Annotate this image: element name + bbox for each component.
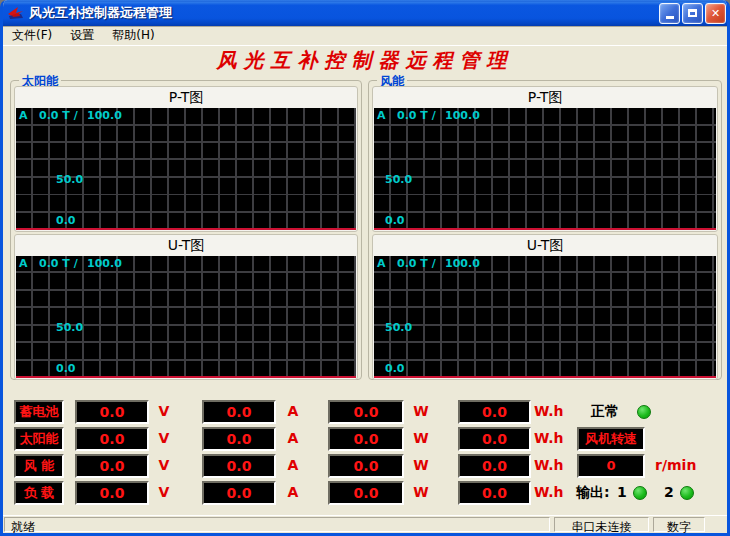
group-solar: 太阳能 P-T图 A 0.0 T / 100.0 50.0 0.0 U-T图 A…	[10, 80, 362, 380]
wind-ut-chart: A 0.0 T / 100.0 50.0 0.0	[374, 256, 716, 378]
y-min-label: 0.0	[385, 214, 405, 227]
axis-channel-label: A	[19, 257, 28, 270]
statusbar-num-mode: 数字	[653, 517, 705, 532]
amp-unit: A	[282, 484, 304, 500]
battery-energy-display: 0.0	[458, 400, 531, 424]
page-title: 风光互补控制器远程管理	[3, 47, 727, 74]
menu-settings[interactable]: 设置	[61, 25, 103, 46]
wind-power-display: 0.0	[328, 454, 404, 478]
x-axis-line	[374, 376, 716, 378]
cursor-readout: 0.0 T /	[397, 109, 436, 122]
readings-row-wind: 风 能 0.0 V 0.0 A 0.0 W 0.0 W.h 0 r/min	[3, 454, 727, 478]
y-min-label: 0.0	[56, 362, 76, 375]
y-max-label: 100.0	[87, 257, 122, 270]
menu-help[interactable]: 帮助(H)	[103, 25, 163, 46]
normal-status-label: 正常	[591, 403, 619, 421]
output-1-label: 1	[617, 484, 627, 500]
amp-unit: A	[282, 457, 304, 473]
solar-label: 太阳能	[14, 427, 64, 451]
battery-power-display: 0.0	[328, 400, 404, 424]
solar-ut-chart: A 0.0 T / 100.0 50.0 0.0	[16, 256, 356, 378]
menu-bar: 文件(F) 设置 帮助(H)	[3, 26, 727, 46]
fan-speed-display: 0	[577, 454, 645, 478]
close-button[interactable]: ✕	[705, 3, 726, 24]
wind-voltage-display: 0.0	[75, 454, 149, 478]
y-min-label: 0.0	[385, 362, 405, 375]
watthour-unit: W.h	[534, 403, 572, 419]
solar-ut-chart-title: U-T图	[15, 235, 357, 255]
normal-status-indicator	[637, 405, 651, 419]
solar-power-display: 0.0	[328, 427, 404, 451]
watt-unit: W	[409, 484, 433, 500]
wind-pt-chart-block: P-T图 A 0.0 T / 100.0 50.0 0.0	[372, 86, 718, 232]
watt-unit: W	[409, 403, 433, 419]
readings-row-solar: 太阳能 0.0 V 0.0 A 0.0 W 0.0 W.h 风机转速	[3, 427, 727, 451]
amp-unit: A	[282, 403, 304, 419]
axis-channel-label: A	[377, 257, 386, 270]
maximize-button[interactable]	[682, 3, 703, 24]
watt-unit: W	[409, 457, 433, 473]
battery-current-display: 0.0	[202, 400, 276, 424]
y-mid-label: 50.0	[56, 173, 83, 186]
output-2-indicator	[680, 486, 694, 500]
app-window: 风光互补控制器远程管理 ✕ 文件(F) 设置 帮助(H) 风光互补控制器远程管理…	[0, 0, 730, 536]
load-label: 负 载	[14, 481, 64, 505]
status-bar: 就绪 串口未连接 数字	[3, 515, 727, 533]
statusbar-ready: 就绪	[4, 517, 550, 532]
window-title: 风光互补控制器远程管理	[29, 4, 657, 22]
output-2-label: 2	[664, 484, 674, 500]
axis-channel-label: A	[19, 109, 28, 122]
y-mid-label: 50.0	[385, 321, 412, 334]
x-axis-line	[374, 228, 716, 230]
solar-pt-chart: A 0.0 T / 100.0 50.0 0.0	[16, 108, 356, 230]
menu-file[interactable]: 文件(F)	[3, 25, 61, 46]
load-voltage-display: 0.0	[75, 481, 149, 505]
close-icon: ✕	[711, 7, 720, 20]
y-max-label: 100.0	[445, 257, 480, 270]
readings-row-battery: 蓄电池 0.0 V 0.0 A 0.0 W 0.0 W.h 正常	[3, 400, 727, 424]
title-bar: 风光互补控制器远程管理 ✕	[0, 0, 730, 26]
volt-unit: V	[153, 457, 175, 473]
minimize-button[interactable]	[659, 3, 680, 24]
statusbar-serial-status: 串口未连接	[554, 517, 649, 532]
wind-label: 风 能	[14, 454, 64, 478]
wind-ut-chart-title: U-T图	[373, 235, 717, 255]
cursor-readout: 0.0 T /	[397, 257, 436, 270]
wind-pt-chart-title: P-T图	[373, 87, 717, 107]
x-axis-line	[16, 228, 356, 230]
solar-ut-chart-block: U-T图 A 0.0 T / 100.0 50.0 0.0	[14, 234, 358, 380]
load-energy-display: 0.0	[458, 481, 531, 505]
watthour-unit: W.h	[534, 457, 572, 473]
x-axis-line	[16, 376, 356, 378]
fan-speed-unit: r/min	[655, 457, 696, 473]
solar-pt-chart-title: P-T图	[15, 87, 357, 107]
fan-speed-label: 风机转速	[577, 427, 645, 451]
y-min-label: 0.0	[56, 214, 76, 227]
watthour-unit: W.h	[534, 484, 572, 500]
solar-pt-chart-block: P-T图 A 0.0 T / 100.0 50.0 0.0	[14, 86, 358, 232]
cursor-readout: 0.0 T /	[39, 109, 78, 122]
app-icon	[7, 5, 25, 21]
load-power-display: 0.0	[328, 481, 404, 505]
maximize-icon	[688, 9, 697, 17]
volt-unit: V	[153, 430, 175, 446]
wind-pt-chart: A 0.0 T / 100.0 50.0 0.0	[374, 108, 716, 230]
group-wind: 风能 P-T图 A 0.0 T / 100.0 50.0 0.0 U-T图 A …	[368, 80, 722, 380]
solar-voltage-display: 0.0	[75, 427, 149, 451]
y-mid-label: 50.0	[385, 173, 412, 186]
battery-voltage-display: 0.0	[75, 400, 149, 424]
y-max-label: 100.0	[87, 109, 122, 122]
solar-current-display: 0.0	[202, 427, 276, 451]
output-label: 输出:	[576, 484, 610, 502]
wind-ut-chart-block: U-T图 A 0.0 T / 100.0 50.0 0.0	[372, 234, 718, 380]
amp-unit: A	[282, 430, 304, 446]
battery-label: 蓄电池	[14, 400, 64, 424]
volt-unit: V	[153, 403, 175, 419]
y-mid-label: 50.0	[56, 321, 83, 334]
output-1-indicator	[633, 486, 647, 500]
wind-current-display: 0.0	[202, 454, 276, 478]
readings-row-load: 负 载 0.0 V 0.0 A 0.0 W 0.0 W.h 输出: 1 2	[3, 481, 727, 505]
volt-unit: V	[153, 484, 175, 500]
wind-energy-display: 0.0	[458, 454, 531, 478]
axis-channel-label: A	[377, 109, 386, 122]
